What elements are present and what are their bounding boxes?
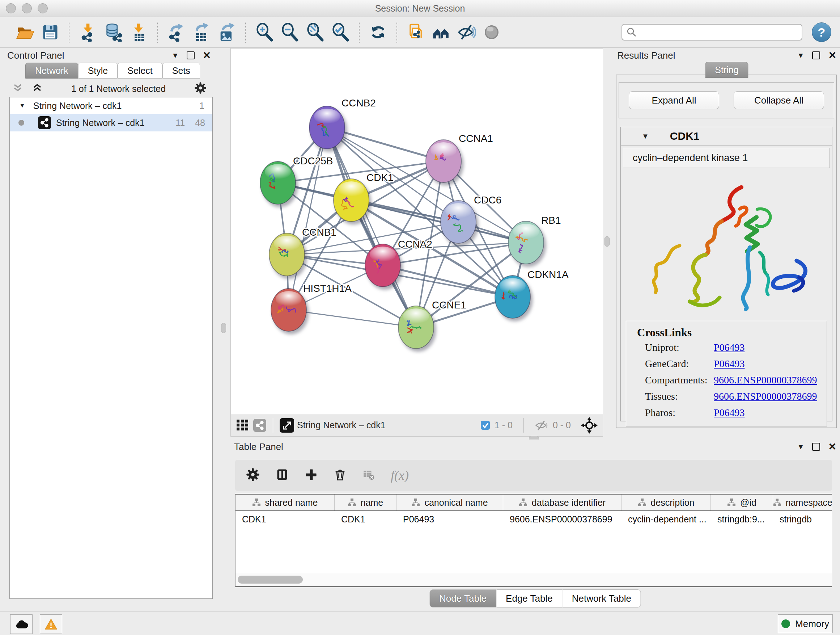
cloud-status-button[interactable]: [10, 614, 33, 634]
tab-network-table[interactable]: Network Table: [562, 589, 641, 608]
crosslink-link[interactable]: 9606.ENSP00000378699: [714, 374, 817, 386]
network-canvas[interactable]: CCNB2CCNA1CDC25BCDK1CDC6RB1CCNB1CCNA2CDK…: [231, 48, 603, 437]
expand-all-networks-icon[interactable]: [32, 82, 43, 95]
float-panel-icon[interactable]: ▼: [797, 51, 805, 60]
clone-network-button[interactable]: [405, 22, 426, 43]
expand-all-button[interactable]: Expand All: [629, 91, 719, 109]
network-node-cdc6[interactable]: [441, 201, 476, 243]
scrollbar-thumb[interactable]: [238, 576, 303, 584]
cell-canonical-name[interactable]: P06493: [396, 514, 503, 524]
apply-preferred-layout-button[interactable]: [368, 22, 388, 43]
crosslink-link[interactable]: P06493: [714, 407, 745, 418]
network-node-cdk1[interactable]: [333, 179, 369, 222]
close-panel-icon[interactable]: ✕: [828, 51, 836, 60]
network-edge-hist1h1a-ccne1[interactable]: [289, 310, 416, 327]
horizontal-scrollbar[interactable]: [235, 573, 832, 586]
zoom-out-button[interactable]: [279, 22, 300, 43]
cell-database-identifier[interactable]: 9606.ENSP00000378699: [503, 514, 622, 524]
column-header-id[interactable]: @id: [711, 494, 773, 510]
cell-namespace[interactable]: stringdb: [773, 514, 832, 524]
tab-network[interactable]: Network: [25, 63, 78, 79]
network-node-ccnb2[interactable]: [309, 106, 345, 149]
tab-node-table[interactable]: Node Table: [429, 589, 496, 608]
zoom-selected-button[interactable]: [330, 22, 351, 43]
memory-button[interactable]: Memory: [778, 614, 833, 633]
zoom-fit-button[interactable]: [305, 22, 325, 43]
network-node-ccna2[interactable]: [365, 244, 401, 287]
delete-column-trash-icon[interactable]: [333, 468, 347, 483]
import-network-from-database-button[interactable]: [103, 22, 124, 43]
float-panel-icon[interactable]: ▼: [797, 443, 805, 451]
selected-checkbox-icon[interactable]: [480, 420, 490, 430]
network-node-cdc25b[interactable]: [260, 162, 295, 204]
column-header-canonical-name[interactable]: canonical name: [396, 494, 503, 510]
crosslink-link[interactable]: P06493: [714, 358, 745, 370]
maximize-panel-icon[interactable]: [812, 51, 820, 59]
network-collection-row[interactable]: ▼ String Network – cdk1 1: [10, 97, 212, 114]
collapse-all-button[interactable]: Collapse All: [734, 91, 824, 109]
export-table-button[interactable]: [191, 22, 212, 43]
column-header-name[interactable]: name: [335, 494, 396, 510]
crosslink-link[interactable]: P06493: [714, 342, 745, 353]
export-network-button[interactable]: [166, 22, 187, 43]
zoom-in-button[interactable]: [254, 22, 275, 43]
show-all-button[interactable]: [481, 22, 502, 43]
import-table-from-file-button[interactable]: [128, 22, 149, 43]
tab-select[interactable]: Select: [118, 63, 162, 79]
right-splitter-handle[interactable]: [605, 236, 609, 247]
import-network-from-file-button[interactable]: [77, 22, 98, 43]
show-columns-icon[interactable]: [276, 468, 289, 483]
tab-sets[interactable]: Sets: [163, 63, 200, 79]
collapse-all-networks-icon[interactable]: [12, 82, 23, 95]
network-view-type-icon[interactable]: [253, 419, 266, 432]
tab-string[interactable]: String: [705, 62, 748, 78]
column-header-namespace[interactable]: namespace: [773, 494, 832, 510]
network-node-ccne1[interactable]: [398, 306, 434, 348]
left-splitter-handle[interactable]: [221, 323, 226, 333]
cell-name[interactable]: CDK1: [335, 514, 396, 524]
save-session-button[interactable]: [40, 22, 61, 43]
always-show-crosshair-icon[interactable]: [581, 417, 598, 434]
table-settings-gear-icon[interactable]: [246, 468, 260, 483]
cell-shared-name[interactable]: CDK1: [235, 514, 335, 524]
network-options-gear-icon[interactable]: [194, 82, 207, 96]
first-neighbors-button[interactable]: [431, 22, 452, 43]
column-header-shared-name[interactable]: shared name: [235, 494, 335, 510]
cell-description[interactable]: cyclin-dependent ...: [622, 514, 711, 524]
node-gloss: [445, 203, 471, 219]
section-expand-icon[interactable]: ▼: [642, 132, 649, 141]
close-panel-icon[interactable]: ✕: [202, 51, 211, 60]
node-gloss: [338, 181, 364, 197]
export-image-button[interactable]: [216, 22, 237, 43]
column-header-description[interactable]: description: [622, 494, 711, 510]
help-button[interactable]: ?: [812, 22, 831, 42]
collection-expand-icon[interactable]: ▼: [19, 102, 25, 109]
detach-view-icon[interactable]: [279, 418, 294, 432]
network-graph[interactable]: CCNB2CCNA1CDC25BCDK1CDC6RB1CCNB1CCNA2CDK…: [231, 49, 603, 414]
maximize-panel-icon[interactable]: [187, 51, 195, 59]
table-panel-header: Table Panel ▼ ✕: [231, 440, 840, 454]
network-node-rb1[interactable]: [508, 221, 544, 264]
hide-selection-button[interactable]: [456, 22, 477, 43]
warnings-button[interactable]: [40, 614, 62, 634]
birdseye-grid-icon[interactable]: [236, 418, 249, 432]
column-header-database-identifier[interactable]: database identifier: [503, 494, 622, 510]
close-panel-icon[interactable]: ✕: [828, 442, 836, 452]
create-column-icon[interactable]: [305, 468, 317, 483]
search-input[interactable]: [622, 24, 802, 41]
tab-style[interactable]: Style: [78, 63, 118, 79]
open-session-button[interactable]: [14, 22, 35, 43]
float-panel-icon[interactable]: ▼: [172, 51, 179, 60]
network-row-selected[interactable]: String Network – cdk1 11 48: [10, 114, 212, 131]
tab-edge-table[interactable]: Edge Table: [496, 589, 562, 608]
cell-id[interactable]: stringdb:9...: [711, 514, 773, 524]
network-node-hist1h1a[interactable]: [271, 288, 306, 331]
network-node-cdkn1a[interactable]: [495, 276, 531, 318]
maximize-panel-icon[interactable]: [812, 443, 820, 451]
network-node-ccnb1[interactable]: [269, 233, 305, 276]
crosslink-link[interactable]: 9606.ENSP00000378699: [714, 391, 817, 402]
network-edge-ccnb2-ccne1[interactable]: [327, 127, 416, 327]
table-row[interactable]: CDK1 CDK1 P06493 9606.ENSP00000378699 cy…: [235, 511, 832, 527]
network-node-ccna1[interactable]: [426, 140, 461, 182]
gene-section-header[interactable]: ▼ CDK1: [621, 127, 832, 146]
